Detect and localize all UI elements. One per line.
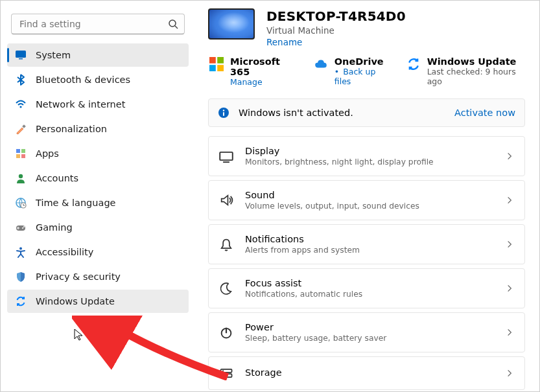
accessibility-icon <box>15 246 27 258</box>
search-container <box>11 14 185 34</box>
settings-card-sound[interactable]: Sound Volume levels, output, input, soun… <box>208 180 525 220</box>
nav-item-windows-update[interactable]: Windows Update <box>7 290 189 313</box>
quick-sub: Back up files <box>335 67 390 86</box>
quick-status-row: Microsoft 365 Manage OneDrive Back up fi… <box>209 56 525 87</box>
nav-item-apps[interactable]: Apps <box>7 142 189 165</box>
nav-item-system[interactable]: System <box>7 43 189 67</box>
person-icon <box>15 172 27 184</box>
device-header: DESKTOP-T4R54D0 Virtual Machine Rename <box>208 8 525 47</box>
quick-sub: Manage <box>230 77 297 87</box>
sync-icon <box>406 57 421 71</box>
nav-item-gaming[interactable]: Gaming <box>7 216 189 239</box>
quick-title: Windows Update <box>427 56 525 67</box>
bluetooth-icon <box>15 74 27 86</box>
globe-clock-icon <box>15 197 27 209</box>
gamepad-icon <box>15 222 27 233</box>
main-content: DESKTOP-T4R54D0 Virtual Machine Rename M… <box>195 1 539 391</box>
nav-item-time-language[interactable]: Time & language <box>7 191 189 214</box>
card-title: Focus assist <box>245 278 493 288</box>
device-wallpaper-thumb[interactable] <box>208 8 255 40</box>
device-rename-link[interactable]: Rename <box>266 37 406 47</box>
quick-title: OneDrive <box>335 56 390 67</box>
nav-item-personalization[interactable]: Personalization <box>7 117 189 141</box>
ms365-icon <box>209 57 224 71</box>
nav-label: Windows Update <box>36 296 115 306</box>
nav-label: Time & language <box>36 198 116 208</box>
search-input[interactable] <box>11 14 185 34</box>
settings-card-list: Display Monitors, brightness, night ligh… <box>208 136 525 390</box>
card-sub: Volume levels, output, input, sound devi… <box>245 202 493 211</box>
sync-icon <box>15 295 27 307</box>
cloud-icon <box>314 57 328 71</box>
card-title: Sound <box>245 190 493 200</box>
nav-label: Accessibility <box>36 247 93 257</box>
card-title: Display <box>245 146 493 156</box>
nav-item-accessibility[interactable]: Accessibility <box>7 240 189 264</box>
sound-icon <box>219 193 233 207</box>
display-icon <box>219 149 233 163</box>
quick-title: Microsoft 365 <box>230 56 297 77</box>
wifi-icon <box>15 98 27 110</box>
chevron-right-icon <box>505 238 514 250</box>
monitor-icon <box>15 49 27 61</box>
activate-now-link[interactable]: Activate now <box>454 108 515 118</box>
nav-label: Accounts <box>36 173 78 183</box>
nav-item-accounts[interactable]: Accounts <box>7 167 189 190</box>
cursor-icon <box>74 329 83 341</box>
chevron-right-icon <box>505 150 514 162</box>
bell-icon <box>219 237 233 251</box>
nav-label: Personalization <box>36 124 107 134</box>
card-title: Storage <box>245 367 493 378</box>
nav-label: Gaming <box>36 222 73 233</box>
quick-ms365[interactable]: Microsoft 365 Manage <box>209 56 297 87</box>
settings-card-power[interactable]: Power Sleep, battery usage, battery save… <box>208 312 525 352</box>
chevron-right-icon <box>505 282 514 294</box>
settings-card-display[interactable]: Display Monitors, brightness, night ligh… <box>208 136 525 176</box>
power-icon <box>219 325 233 340</box>
moon-icon <box>219 281 233 295</box>
activation-banner: Windows isn't activated. Activate now <box>208 98 525 127</box>
nav-item-privacy-security[interactable]: Privacy & security <box>7 265 189 288</box>
card-title: Notifications <box>245 234 493 244</box>
nav-label: Network & internet <box>36 99 125 110</box>
nav-label: Privacy & security <box>36 271 121 282</box>
settings-card-focus-assist[interactable]: Focus assist Notifications, automatic ru… <box>208 268 525 308</box>
card-sub: Monitors, brightness, night light, displ… <box>245 157 493 167</box>
search-icon <box>168 19 178 29</box>
nav-label: Bluetooth & devices <box>36 75 130 85</box>
quick-windows-update[interactable]: Windows Update Last checked: 9 hours ago <box>406 56 525 86</box>
info-icon <box>218 107 229 119</box>
nav-label: System <box>36 50 71 60</box>
shield-icon <box>15 271 27 282</box>
storage-icon <box>219 366 233 380</box>
nav-item-bluetooth-devices[interactable]: Bluetooth & devices <box>7 68 189 91</box>
device-subtitle: Virtual Machine <box>266 25 406 36</box>
quick-sub: Last checked: 9 hours ago <box>427 67 525 86</box>
card-sub: Alerts from apps and system <box>245 246 493 255</box>
chevron-right-icon <box>505 327 514 338</box>
card-sub: Notifications, automatic rules <box>245 290 493 299</box>
nav-list: System Bluetooth & devices Network & int… <box>7 43 189 313</box>
activation-message: Windows isn't activated. <box>239 108 445 118</box>
grid-icon <box>15 148 27 159</box>
brush-icon <box>15 123 27 135</box>
settings-card-storage[interactable]: Storage <box>208 356 525 390</box>
nav-item-network-internet[interactable]: Network & internet <box>7 93 189 116</box>
card-title: Power <box>245 322 493 332</box>
settings-card-notifications[interactable]: Notifications Alerts from apps and syste… <box>208 224 525 264</box>
sidebar: System Bluetooth & devices Network & int… <box>1 1 195 391</box>
device-name: DESKTOP-T4R54D0 <box>266 8 406 24</box>
nav-label: Apps <box>36 148 59 159</box>
card-sub: Sleep, battery usage, battery saver <box>245 334 493 343</box>
quick-onedrive[interactable]: OneDrive Back up files <box>314 56 390 86</box>
chevron-right-icon <box>505 367 514 379</box>
chevron-right-icon <box>505 194 514 206</box>
